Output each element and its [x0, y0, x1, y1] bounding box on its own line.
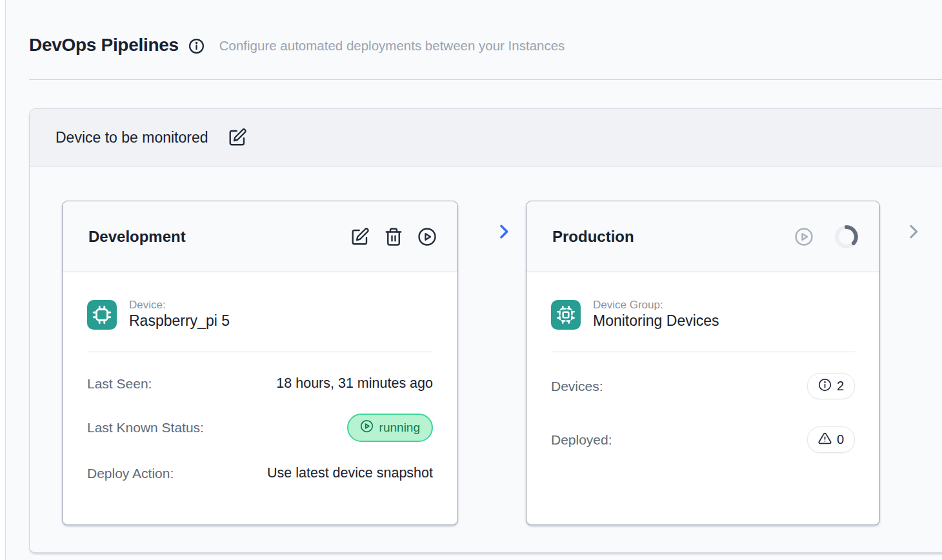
production-card-body: Device Group: Monitoring Devices Devices… [526, 272, 879, 453]
last-seen-label: Last Seen: [87, 376, 152, 392]
pipeline-name: Device to be monitored [55, 129, 208, 146]
devices-label: Devices: [551, 379, 603, 394]
development-card-body: Device: Raspberry_pi 5 Last Seen: 18 hou… [63, 272, 457, 481]
warning-triangle-icon [818, 432, 832, 448]
stage-card-development: Development [62, 201, 458, 525]
edit-icon [228, 139, 247, 149]
devices-row: Devices: 2 [551, 373, 855, 399]
devices-count: 2 [837, 379, 844, 394]
main-content-area: DevOps Pipelines Configure automated dep… [5, 0, 942, 560]
play-circle-icon [360, 419, 374, 436]
edit-pipeline-button[interactable] [228, 128, 247, 147]
pipeline-panel: Device to be monitored Development [29, 108, 942, 554]
play-circle-icon [417, 227, 437, 246]
pipeline-stages-area: Development [30, 166, 942, 553]
devops-pipelines-page: DevOps Pipelines Configure automated dep… [0, 0, 942, 560]
scroll-next-chevron-icon[interactable] [905, 223, 923, 241]
stage-title: Production [552, 228, 794, 246]
deployed-label: Deployed: [551, 432, 612, 448]
device-group-row: Device Group: Monitoring Devices [551, 272, 855, 331]
last-known-status-row: Last Known Status: running [87, 414, 433, 442]
development-actions [350, 227, 437, 246]
deploy-action-row: Deploy Action: Use latest device snapsho… [87, 465, 433, 481]
status-label: Last Known Status: [87, 420, 204, 435]
run-stage-button[interactable] [417, 227, 437, 246]
stage-title: Development [88, 228, 350, 246]
device-group-name: Monitoring Devices [593, 312, 719, 331]
card-divider [551, 352, 855, 352]
deployed-count: 0 [837, 432, 844, 447]
trash-icon [384, 227, 403, 246]
run-stage-button-disabled[interactable] [794, 227, 814, 246]
deploy-action-label: Deploy Action: [87, 466, 174, 481]
header-divider [29, 79, 942, 80]
status-badge-text: running [379, 421, 420, 435]
card-divider [87, 352, 433, 352]
production-card-header: Production [526, 201, 879, 272]
deployed-count-badge[interactable]: 0 [807, 426, 855, 453]
pipeline-flow-chevron-icon [495, 223, 513, 241]
status-badge: running [347, 414, 433, 442]
device-name: Raspberry_pi 5 [129, 312, 230, 331]
development-card-header: Development [63, 201, 457, 272]
device-chip-icon [87, 300, 117, 330]
page-header: DevOps Pipelines Configure automated dep… [29, 35, 565, 55]
deploy-action-value: Use latest device snapshot [267, 465, 433, 481]
page-title: DevOps Pipelines [29, 35, 179, 55]
stage-card-production: Production [526, 201, 880, 525]
loading-spinner-icon [834, 225, 859, 249]
last-seen-value: 18 hours, 31 minutes ago [276, 375, 433, 392]
device-label: Device: [129, 298, 230, 312]
device-group-chip-icon [551, 300, 581, 330]
page-subtitle: Configure automated deployments between … [219, 38, 565, 54]
edit-icon [350, 227, 370, 246]
last-seen-row: Last Seen: 18 hours, 31 minutes ago [87, 375, 433, 392]
pipeline-panel-header: Device to be monitored [30, 109, 942, 166]
edit-stage-button[interactable] [350, 227, 370, 246]
device-group-label: Device Group: [593, 298, 719, 312]
play-circle-icon [794, 227, 814, 246]
devices-count-badge[interactable]: 2 [807, 373, 855, 399]
delete-stage-button[interactable] [384, 227, 403, 246]
info-circle-icon [818, 378, 832, 394]
deployed-row: Deployed: 0 [551, 426, 855, 453]
production-actions [794, 225, 859, 249]
info-icon[interactable] [188, 38, 205, 54]
device-row: Device: Raspberry_pi 5 [87, 272, 433, 331]
